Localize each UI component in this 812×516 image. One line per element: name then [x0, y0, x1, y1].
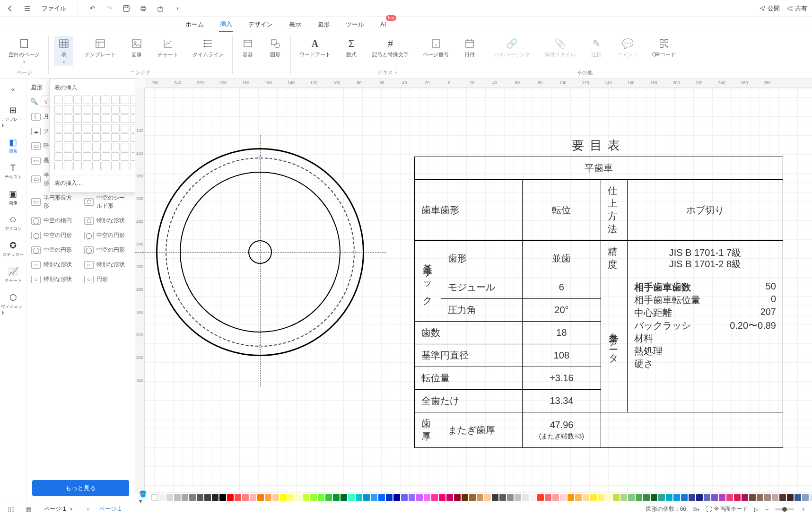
layout-view-icon[interactable]: ▯▯ [6, 504, 17, 515]
table-grid-cell[interactable] [130, 162, 135, 170]
table-grid-cell[interactable] [92, 105, 101, 114]
color-swatch[interactable] [696, 494, 703, 501]
pagenum-button[interactable]: 1ページ番号 [420, 36, 452, 60]
table-grid-cell[interactable] [83, 152, 91, 161]
grid-view-icon[interactable]: ▦ [23, 504, 34, 515]
color-swatch[interactable] [272, 494, 279, 501]
table-grid-cell[interactable] [83, 96, 91, 104]
color-swatch[interactable] [393, 494, 400, 501]
color-swatch[interactable] [469, 494, 476, 501]
color-swatch[interactable] [628, 494, 635, 501]
color-swatch[interactable] [378, 494, 385, 501]
sidebar-chart[interactable]: 📈チャート [0, 263, 26, 287]
table-button[interactable]: 表 ▾ [54, 36, 73, 66]
tab-ai[interactable]: AIhot [379, 18, 387, 31]
tab-insert[interactable]: 挿入 [219, 17, 233, 32]
table-grid-cell[interactable] [54, 114, 63, 123]
color-swatch[interactable] [159, 494, 166, 501]
table-grid-cell[interactable] [73, 133, 82, 142]
color-swatch[interactable] [515, 494, 521, 501]
color-swatch[interactable] [212, 494, 218, 501]
color-swatch[interactable] [219, 494, 226, 501]
color-swatch[interactable] [545, 494, 551, 501]
table-grid-cell[interactable] [73, 162, 82, 170]
shape-item[interactable]: ◯中空の円形 [30, 229, 79, 241]
color-swatch[interactable] [257, 494, 264, 501]
color-swatch[interactable] [431, 494, 438, 501]
table-grid-cell[interactable] [92, 143, 101, 151]
color-swatch[interactable] [250, 494, 256, 501]
chart-button[interactable]: チャート [155, 36, 181, 60]
table-grid-cell[interactable] [111, 124, 120, 132]
color-swatch[interactable] [197, 494, 203, 501]
color-swatch[interactable] [235, 494, 241, 501]
color-swatch[interactable] [204, 494, 211, 501]
color-swatch[interactable] [484, 494, 491, 501]
sidebar-widget[interactable]: ⬡ウィジェット [0, 289, 26, 319]
color-swatch[interactable] [772, 494, 778, 501]
undo-icon[interactable]: ↶ [87, 3, 98, 14]
table-grid-cell[interactable] [102, 96, 110, 104]
table-grid-cell[interactable] [121, 152, 129, 161]
image-button[interactable]: 画像 [127, 36, 146, 60]
color-swatch[interactable] [401, 494, 408, 501]
color-swatch[interactable] [386, 494, 393, 501]
back-icon[interactable] [5, 3, 16, 14]
color-swatch[interactable] [757, 494, 763, 501]
publish-button[interactable]: 公開 [759, 4, 780, 13]
color-swatch[interactable] [492, 494, 498, 501]
table-grid-cell[interactable] [111, 152, 120, 161]
sidebar-template[interactable]: ⊞テンプレート [0, 102, 26, 131]
blank-page-button[interactable]: 空白のページ ▾ [6, 36, 43, 66]
table-grid-cell[interactable] [102, 114, 110, 123]
template-button[interactable]: テンプレート [82, 36, 119, 60]
table-grid-cell[interactable] [92, 96, 101, 104]
table-grid-cell[interactable] [54, 124, 63, 132]
color-swatch[interactable] [802, 494, 809, 501]
table-grid-cell[interactable] [54, 143, 63, 151]
shape-item[interactable]: ○円形 [83, 273, 131, 285]
table-grid-cell[interactable] [83, 105, 91, 114]
table-grid-cell[interactable] [54, 105, 63, 114]
color-swatch[interactable] [651, 494, 657, 501]
color-swatch[interactable] [310, 494, 317, 501]
table-grid-cell[interactable] [111, 133, 120, 142]
anchor-right[interactable] [353, 251, 357, 254]
table-grid-cell[interactable] [64, 114, 72, 123]
color-swatch[interactable] [575, 494, 582, 501]
table-grid-cell[interactable] [64, 124, 72, 132]
table-grid-cell[interactable] [83, 114, 91, 123]
table-grid-cell[interactable] [83, 162, 91, 170]
export-icon[interactable] [155, 3, 166, 14]
table-grid-cell[interactable] [92, 114, 101, 123]
table-grid-cell[interactable] [64, 162, 72, 170]
color-swatch[interactable] [658, 494, 665, 501]
add-page-icon[interactable]: ＋ [82, 504, 94, 515]
table-insert-link[interactable]: 表の挿入... [54, 175, 135, 187]
color-swatch[interactable] [439, 494, 445, 501]
canvas[interactable]: 要目表 平歯車 歯車歯形 転位 仕上方法 ホブ切り 基準ラック 歯形 並歯 精度 [145, 88, 812, 502]
table-grid-cell[interactable] [73, 143, 82, 151]
table-grid-cell[interactable] [130, 96, 135, 104]
shape-item[interactable]: ◯中空の円形 [30, 244, 79, 256]
table-grid-cell[interactable] [54, 152, 63, 161]
shape-item[interactable]: ▭半円形長方形 [30, 192, 79, 212]
wordart-button[interactable]: Aワードアート [297, 36, 333, 60]
tab-home[interactable]: ホーム [184, 17, 205, 32]
tab-tool[interactable]: ツール [345, 17, 365, 32]
table-grid-cell[interactable] [73, 124, 82, 132]
color-swatch[interactable] [787, 494, 794, 501]
shape-button[interactable]: 図形 [266, 36, 285, 60]
table-grid-cell[interactable] [111, 105, 120, 114]
more-button[interactable]: もっと見る [32, 480, 129, 496]
color-swatch[interactable] [151, 494, 158, 501]
table-grid-cell[interactable] [73, 96, 82, 104]
color-swatch[interactable] [295, 494, 302, 501]
formula-button[interactable]: Σ数式 [342, 36, 361, 60]
play-icon[interactable]: ▷ [754, 506, 759, 513]
zoom-in-icon[interactable]: ＋ [801, 505, 806, 513]
color-swatch[interactable] [371, 494, 377, 501]
shape-item[interactable]: ◯中空の円形 [83, 229, 131, 241]
timeline-button[interactable]: タイムライン [190, 36, 227, 60]
shape-item[interactable]: ◯中空の円形 [83, 244, 131, 256]
